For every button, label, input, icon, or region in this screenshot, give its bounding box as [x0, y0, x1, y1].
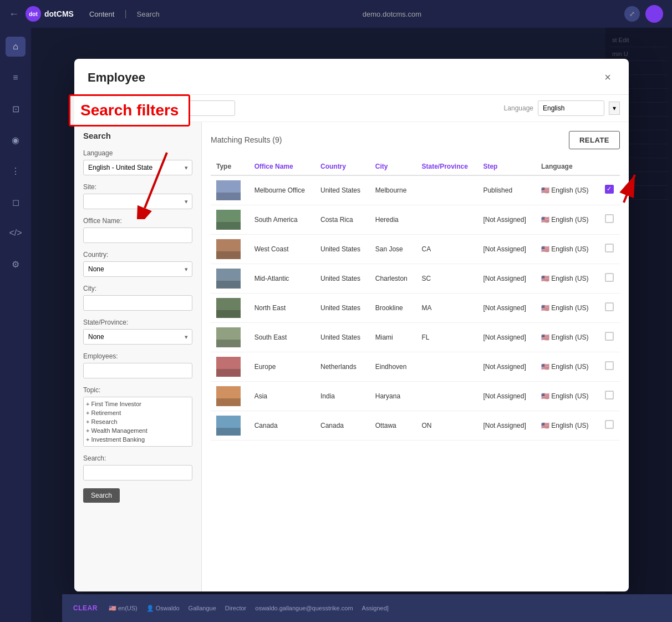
state-filter-select[interactable]: None	[83, 329, 192, 345]
language-select[interactable]: English	[538, 100, 604, 116]
topic-item[interactable]: + Investment Banking	[86, 435, 190, 444]
row-country: India	[315, 381, 370, 411]
sidebar-item-content[interactable]: ⊡	[6, 99, 26, 119]
city-filter-label: City:	[83, 285, 192, 292]
sidebar-item-media[interactable]: ◉	[6, 130, 26, 150]
table-row[interactable]: South AmericaCosta RicaHeredia[Not Assig…	[211, 205, 620, 234]
row-checkbox[interactable]	[605, 332, 614, 341]
row-checkbox[interactable]	[605, 214, 614, 223]
country-filter-select[interactable]: None	[83, 261, 192, 277]
employees-filter-input[interactable]	[83, 363, 192, 378]
office-name-filter-input[interactable]	[83, 227, 192, 243]
language-flag: 🇺🇸 English (US)	[541, 363, 589, 371]
sidebar-item-home[interactable]: ⌂	[6, 37, 26, 57]
row-checkbox[interactable]	[605, 273, 614, 282]
row-step: [Not Assigned]	[477, 322, 536, 352]
table-row[interactable]: AsiaIndiaHaryana[Not Assigned]🇺🇸 English…	[211, 381, 620, 411]
user-avatar[interactable]	[645, 5, 663, 23]
row-checkbox-cell[interactable]	[598, 411, 620, 440]
search-filter-input[interactable]	[83, 465, 192, 481]
search-panel-title: Search	[83, 131, 192, 140]
language-flag: 🇺🇸 English (US)	[541, 275, 589, 282]
row-checkbox-cell[interactable]	[598, 205, 620, 234]
relate-button[interactable]: RELATE	[569, 131, 620, 149]
svg-line-21	[624, 175, 635, 203]
table-row[interactable]: EuropeNetherlandsEindhoven[Not Assigned]…	[211, 352, 620, 381]
topic-list[interactable]: + First Time Investor + Retirement + Res…	[83, 397, 192, 447]
col-state[interactable]: State/Province	[416, 158, 477, 175]
topic-item[interactable]: + Research	[86, 417, 190, 426]
row-thumb-cell	[211, 205, 249, 234]
row-city: Ottawa	[370, 411, 416, 440]
city-filter-input[interactable]	[83, 295, 192, 311]
row-step: [Not Assigned]	[477, 293, 536, 322]
row-office-name: Canada	[249, 411, 315, 440]
topic-item[interactable]: + Wealth Management	[86, 426, 190, 435]
topic-filter-group: Topic: + First Time Investor + Retiremen…	[83, 386, 192, 447]
office-name-filter-group: Office Name:	[83, 217, 192, 243]
row-checkbox[interactable]	[605, 302, 614, 311]
row-country: Canada	[315, 411, 370, 440]
row-checkbox-cell[interactable]	[598, 352, 620, 381]
row-checkbox[interactable]	[605, 244, 614, 252]
row-city: Charleston	[370, 264, 416, 293]
svg-rect-13	[216, 369, 241, 377]
clear-button[interactable]: CLEAR	[73, 604, 98, 612]
modal-close-button[interactable]: ×	[600, 70, 615, 85]
row-thumb-cell	[211, 411, 249, 440]
top-bar-center: demo.dotcms.com	[166, 10, 618, 18]
svg-rect-1	[216, 193, 241, 200]
row-country: United States	[315, 264, 370, 293]
col-step[interactable]: Step	[477, 158, 536, 175]
nav-search[interactable]: Search	[137, 10, 160, 18]
row-city: San Jose	[370, 234, 416, 264]
table-row[interactable]: West CoastUnited StatesSan JoseCA[Not As…	[211, 234, 620, 264]
topic-item[interactable]: + First Time Investor	[86, 400, 190, 408]
table-row[interactable]: North EastUnited StatesBrooklineMA[Not A…	[211, 293, 620, 322]
row-step: [Not Assigned]	[477, 411, 536, 440]
topic-item[interactable]: + Retirement	[86, 408, 190, 417]
language-flag: 🇺🇸 English (US)	[541, 186, 589, 194]
sidebar-item-settings[interactable]: ⚙	[6, 254, 26, 274]
results-table: Type Office Name Country City State/Prov…	[211, 158, 620, 441]
annotation-box: Search filters	[69, 94, 190, 127]
row-language: 🇺🇸 English (US)	[536, 381, 598, 411]
row-city: Haryana	[370, 381, 416, 411]
topic-item[interactable]: + Private Banking	[86, 444, 190, 447]
table-row[interactable]: CanadaCanadaOttawaON[Not Assigned]🇺🇸 Eng…	[211, 411, 620, 440]
row-checkbox-cell[interactable]	[598, 293, 620, 322]
language-flag: 🇺🇸 English (US)	[541, 245, 589, 253]
table-row[interactable]: Mid-AtlanticUnited StatesCharlestonSC[No…	[211, 264, 620, 293]
row-checkbox[interactable]	[605, 361, 614, 370]
row-thumb-cell	[211, 352, 249, 381]
row-city: Melbourne	[370, 175, 416, 205]
svg-rect-15	[216, 398, 241, 406]
row-office-name: North East	[249, 293, 315, 322]
sidebar-item-pages[interactable]: ◻	[6, 192, 26, 212]
filter-search-button[interactable]: Search	[83, 488, 120, 503]
row-checkbox-cell[interactable]	[598, 264, 620, 293]
sidebar-item-more[interactable]: ⋮	[6, 161, 26, 181]
col-city[interactable]: City	[370, 158, 416, 175]
back-icon[interactable]: ←	[9, 8, 19, 20]
language-dropdown-arrow[interactable]: ▾	[609, 102, 620, 115]
row-checkbox[interactable]	[605, 391, 614, 400]
row-checkbox-cell[interactable]	[598, 322, 620, 352]
nav-content[interactable]: Content	[89, 10, 115, 18]
table-row[interactable]: Melbourne OfficeUnited StatesMelbournePu…	[211, 175, 620, 205]
row-step: [Not Assigned]	[477, 264, 536, 293]
col-office-name[interactable]: Office Name	[249, 158, 315, 175]
row-country: United States	[315, 322, 370, 352]
row-checkbox-cell[interactable]	[598, 234, 620, 264]
sidebar-item-dashboard[interactable]: ≡	[6, 68, 26, 88]
sidebar-item-code[interactable]: </>	[6, 223, 26, 243]
svg-rect-5	[216, 251, 241, 259]
col-country[interactable]: Country	[315, 158, 370, 175]
language-flag: 🇺🇸 English (US)	[541, 304, 589, 312]
expand-icon[interactable]: ⤢	[624, 6, 640, 22]
row-checkbox-cell[interactable]	[598, 381, 620, 411]
row-checkbox[interactable]	[605, 420, 614, 429]
bottom-user: 👤 Oswaldo	[146, 605, 180, 612]
svg-rect-3	[216, 222, 241, 230]
table-row[interactable]: South EastUnited StatesMiamiFL[Not Assig…	[211, 322, 620, 352]
